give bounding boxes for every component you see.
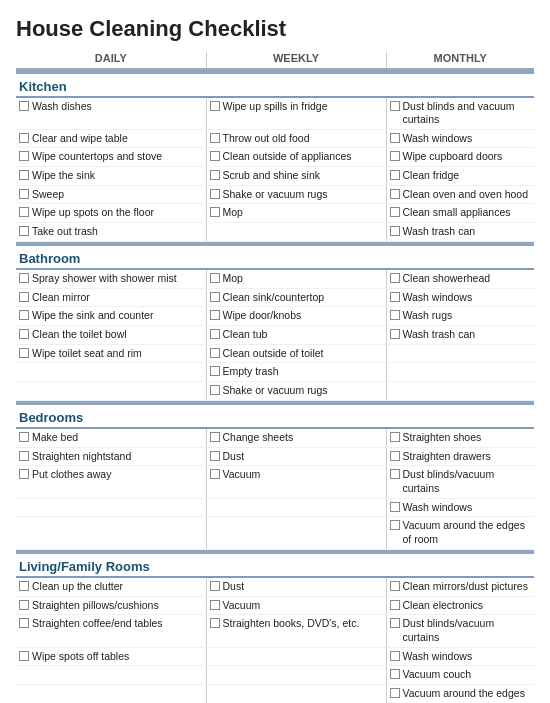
checkbox[interactable]: [19, 292, 29, 302]
checkbox[interactable]: [19, 101, 29, 111]
check-item-weekly-1-4[interactable]: Clean outside of toilet: [210, 346, 383, 362]
check-item-daily-1-4[interactable]: Wipe toilet seat and rim: [19, 346, 203, 362]
checkbox[interactable]: [390, 189, 400, 199]
check-item-weekly-0-5[interactable]: Mop: [210, 205, 383, 221]
check-item-monthly-3-2[interactable]: Dust blinds/vacuum curtains: [390, 616, 532, 645]
check-item-daily-1-0[interactable]: Spray shower with shower mist: [19, 271, 203, 287]
check-item-daily-1-3[interactable]: Clean the toilet bowl: [19, 327, 203, 343]
checkbox[interactable]: [390, 207, 400, 217]
check-item-monthly-0-3[interactable]: Clean fridge: [390, 168, 532, 184]
check-item-daily-0-5[interactable]: Wipe up spots on the floor: [19, 205, 203, 221]
check-item-monthly-0-6[interactable]: Wash trash can: [390, 224, 532, 240]
checkbox[interactable]: [390, 310, 400, 320]
checkbox[interactable]: [19, 189, 29, 199]
check-item-weekly-0-0[interactable]: Wipe up spills in fridge: [210, 99, 383, 115]
check-item-weekly-2-2[interactable]: Vacuum: [210, 467, 383, 483]
checkbox[interactable]: [210, 451, 220, 461]
checkbox[interactable]: [390, 651, 400, 661]
checkbox[interactable]: [390, 502, 400, 512]
checkbox[interactable]: [19, 451, 29, 461]
checkbox[interactable]: [390, 469, 400, 479]
checkbox[interactable]: [19, 432, 29, 442]
check-item-weekly-1-0[interactable]: Mop: [210, 271, 383, 287]
check-item-monthly-0-0[interactable]: Dust blinds and vacuum curtains: [390, 99, 532, 128]
checkbox[interactable]: [390, 170, 400, 180]
checkbox[interactable]: [210, 189, 220, 199]
check-item-weekly-0-1[interactable]: Throw out old food: [210, 131, 383, 147]
checkbox[interactable]: [390, 226, 400, 236]
check-item-monthly-2-3[interactable]: Wash windows: [390, 500, 532, 516]
checkbox[interactable]: [210, 348, 220, 358]
check-item-weekly-0-3[interactable]: Scrub and shine sink: [210, 168, 383, 184]
checkbox[interactable]: [210, 310, 220, 320]
check-item-monthly-3-5[interactable]: Vacuum around the edges of room: [390, 686, 532, 703]
checkbox[interactable]: [390, 451, 400, 461]
check-item-daily-1-2[interactable]: Wipe the sink and counter: [19, 308, 203, 324]
check-item-daily-2-2[interactable]: Put clothes away: [19, 467, 203, 483]
check-item-daily-2-1[interactable]: Straighten nightstand: [19, 449, 203, 465]
checkbox[interactable]: [390, 520, 400, 530]
checkbox[interactable]: [210, 292, 220, 302]
check-item-monthly-3-4[interactable]: Vacuum couch: [390, 667, 532, 683]
check-item-daily-0-3[interactable]: Wipe the sink: [19, 168, 203, 184]
checkbox[interactable]: [390, 581, 400, 591]
checkbox[interactable]: [210, 207, 220, 217]
check-item-daily-3-3[interactable]: Wipe spots off tables: [19, 649, 203, 665]
check-item-monthly-0-1[interactable]: Wash windows: [390, 131, 532, 147]
checkbox[interactable]: [19, 151, 29, 161]
checkbox[interactable]: [390, 688, 400, 698]
checkbox[interactable]: [19, 469, 29, 479]
checkbox[interactable]: [390, 133, 400, 143]
checkbox[interactable]: [210, 329, 220, 339]
check-item-monthly-3-3[interactable]: Wash windows: [390, 649, 532, 665]
check-item-weekly-0-2[interactable]: Clean outside of appliances: [210, 149, 383, 165]
check-item-monthly-2-0[interactable]: Straighten shoes: [390, 430, 532, 446]
checkbox[interactable]: [19, 170, 29, 180]
checkbox[interactable]: [390, 292, 400, 302]
check-item-monthly-3-0[interactable]: Clean mirrors/dust pictures: [390, 579, 532, 595]
check-item-daily-1-1[interactable]: Clean mirror: [19, 290, 203, 306]
checkbox[interactable]: [390, 600, 400, 610]
check-item-daily-0-6[interactable]: Take out trash: [19, 224, 203, 240]
checkbox[interactable]: [390, 151, 400, 161]
checkbox[interactable]: [390, 669, 400, 679]
checkbox[interactable]: [390, 329, 400, 339]
checkbox[interactable]: [19, 581, 29, 591]
checkbox[interactable]: [19, 226, 29, 236]
check-item-monthly-0-4[interactable]: Clean oven and oven hood: [390, 187, 532, 203]
checkbox[interactable]: [210, 385, 220, 395]
checkbox[interactable]: [210, 600, 220, 610]
check-item-daily-3-1[interactable]: Straighten pillows/cushions: [19, 598, 203, 614]
checkbox[interactable]: [19, 273, 29, 283]
checkbox[interactable]: [210, 432, 220, 442]
check-item-daily-3-2[interactable]: Straighten coffee/end tables: [19, 616, 203, 632]
checkbox[interactable]: [390, 273, 400, 283]
checkbox[interactable]: [210, 101, 220, 111]
checkbox[interactable]: [19, 651, 29, 661]
check-item-monthly-2-1[interactable]: Straighten drawers: [390, 449, 532, 465]
check-item-daily-0-1[interactable]: Clear and wipe table: [19, 131, 203, 147]
check-item-monthly-2-4[interactable]: Vacuum around the edges of room: [390, 518, 532, 547]
check-item-monthly-3-1[interactable]: Clean electronics: [390, 598, 532, 614]
checkbox[interactable]: [19, 348, 29, 358]
check-item-weekly-2-1[interactable]: Dust: [210, 449, 383, 465]
check-item-weekly-1-5[interactable]: Empty trash: [210, 364, 383, 380]
checkbox[interactable]: [210, 151, 220, 161]
check-item-monthly-1-2[interactable]: Wash rugs: [390, 308, 532, 324]
check-item-monthly-1-3[interactable]: Wash trash can: [390, 327, 532, 343]
checkbox[interactable]: [390, 618, 400, 628]
checkbox[interactable]: [390, 101, 400, 111]
check-item-weekly-3-2[interactable]: Straighten books, DVD's, etc.: [210, 616, 383, 632]
checkbox[interactable]: [19, 329, 29, 339]
checkbox[interactable]: [210, 273, 220, 283]
checkbox[interactable]: [210, 618, 220, 628]
check-item-daily-0-2[interactable]: Wipe countertops and stove: [19, 149, 203, 165]
check-item-weekly-1-1[interactable]: Clean sink/countertop: [210, 290, 383, 306]
checkbox[interactable]: [210, 133, 220, 143]
checkbox[interactable]: [210, 366, 220, 376]
checkbox[interactable]: [19, 133, 29, 143]
check-item-weekly-3-1[interactable]: Vacuum: [210, 598, 383, 614]
check-item-monthly-1-0[interactable]: Clean showerhead: [390, 271, 532, 287]
check-item-daily-0-0[interactable]: Wash dishes: [19, 99, 203, 115]
check-item-daily-3-0[interactable]: Clean up the clutter: [19, 579, 203, 595]
